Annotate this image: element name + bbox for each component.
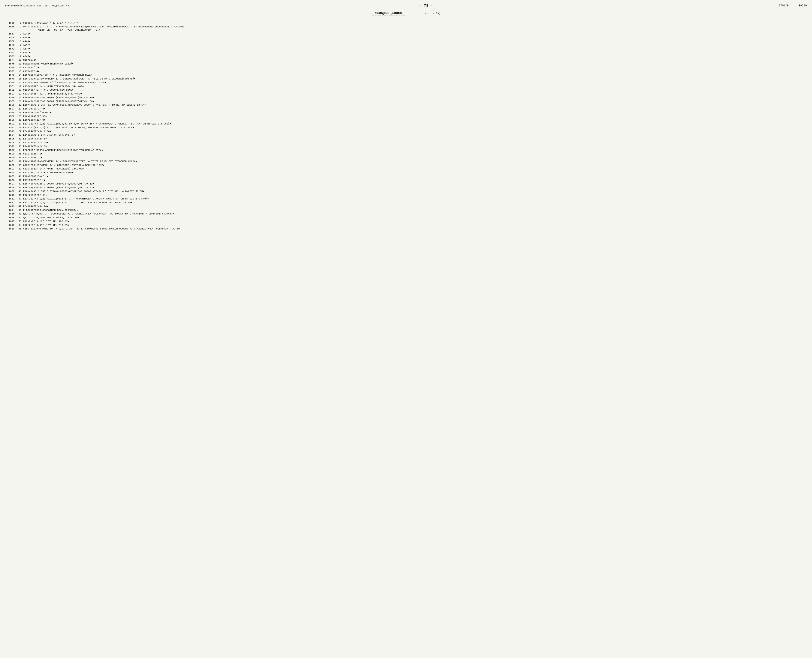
row-content: С159=3317#КОРР#ПО ТОЛ,/ 0,07,1,06/ Р32,5… — [22, 227, 807, 231]
row-index2: 15 — [16, 77, 22, 81]
row-content: Е16=219#Т22/ 95● — [22, 114, 807, 118]
row-content: Е13=153(А5 1,2)(А1,2,2)#Т18=6/ 7/ / ТО Ж… — [22, 201, 807, 205]
table-row: 159935С130=2026/ 1● — [5, 152, 807, 156]
table-row: 161450Р ВОДОПРОВОД ОБОРОТНОЙ ВОДЫ,ПОДАЮЩ… — [5, 208, 807, 212]
row-index1: 1575 — [5, 62, 16, 66]
row-index1: 1579 — [5, 77, 16, 81]
row-content: Е18=228#Т15=4/ 1● — [22, 174, 807, 178]
row-content: Ю/ / ТП904-1= / / / КОМПРЕССОРНАЯ СТАНЦИ… — [22, 25, 807, 32]
row-index2: 52 — [16, 216, 22, 219]
row-index2: 49 — [16, 204, 22, 208]
table-row: 15717А6=М● — [5, 47, 807, 51]
row-index1: 1606 — [5, 178, 16, 182]
row-content: Е1=968#Т81=2/ 6● — [22, 144, 807, 148]
row-content: А2=М● — [22, 43, 807, 47]
table-row: 15739А2=Т● — [5, 55, 807, 58]
table-row: 157612С130=85/ 1● — [5, 66, 807, 69]
row-index1: 1613 — [5, 204, 16, 208]
table-row: 158824Е16=21#Т3=2/ 0,011● — [5, 111, 807, 114]
row-index2: 17 — [16, 85, 22, 88]
row-content: Е16=199#Т19=1#ПРИМЕН/ 1/ / ВОДОМЕРНЫЙ УЗ… — [22, 160, 807, 163]
row-content: Е16=220#Т22/ 3● — [22, 118, 807, 122]
row-index1: 1599 — [5, 152, 16, 156]
row-index1: 1573 — [5, 55, 16, 58]
row-index1: 1615 — [5, 212, 16, 216]
title-underline: ==================== — [371, 15, 406, 17]
row-index2: 21 — [16, 99, 22, 103]
row-index2: 53 — [16, 219, 22, 223]
table-row: 161854Ц12=2=9/ 0,63/ / ТО ЖЕ, 219 ММ● — [5, 223, 807, 227]
row-content: Е16=41(Р10726=0,00007)(Р10728=0,00007)#Т… — [22, 182, 807, 186]
table-row: 157814Е16=185#Т16=2/ 2/ / ● С ПОДВОДОМ Х… — [5, 73, 807, 77]
row-index1: 1569 — [5, 39, 16, 43]
row-index2: 39 — [16, 167, 22, 171]
row-index2: 11 — [16, 62, 22, 66]
row-content: С130=85/ 1/ / ● В ВОДОМЕРНОМ УЗЛЕ● — [22, 88, 807, 92]
row-index1: 1601 — [5, 160, 16, 163]
table-row: 159026Е16=220#Т22/ 3● — [5, 118, 807, 122]
row-index2: 38 — [16, 163, 22, 167]
row-content: 919259/ Н8М1Г1В1/ / 1/ 1,1/ / / / / ● — [22, 21, 807, 25]
table-row: 158925Е16=219#Т22/ 95● — [5, 114, 807, 118]
row-index2: 2 — [16, 25, 22, 32]
table-row: 15684А3=А● — [5, 36, 807, 39]
row-content: Е8=194#Т22=6/ 1100● — [22, 129, 807, 133]
row-index2: 40 — [16, 171, 22, 175]
row-index1: 1568 — [5, 36, 16, 39]
table-row: 159127Е13=121(А5 1,2)(А1,1,1)#Т,4,#3,5#П… — [5, 122, 807, 126]
table-row: 159632С122=405/ 6,0,24● — [5, 141, 807, 145]
row-index1: 1591 — [5, 122, 16, 126]
table-row: 159430Е1=936(А5,1,1)#Т,4,#П3,73#Т78=8/ 6… — [5, 133, 807, 137]
row-content: Е17=50#Т3=3/ 1● — [22, 178, 807, 182]
table-row: 161248Е13=153(А5 1,2)(А1,2,2)#Т18=6/ 7/ … — [5, 201, 807, 205]
row-index1: 1586 — [5, 103, 16, 107]
row-index2: 37 — [16, 160, 22, 163]
row-index1: 1593 — [5, 129, 16, 133]
section-title: ИСХОДНЫЕ ДАННЫЕ — [371, 12, 406, 15]
row-content: Е1=999#Т84=2/ 6● — [22, 137, 807, 141]
row-content: РГОРЯЧЕЕ ВОДОСНАБЖЕНИЕ,ПОДАЮЩАЯ И ЦИРКУЛ… — [22, 148, 807, 152]
row-index1: 1580 — [5, 81, 16, 85]
row-index1: 1592 — [5, 125, 16, 129]
row-content: Ц12=2=6/ 0,07/ / ТРУБОПРОВОДЫ ИЗ СТАЛЬНЫ… — [22, 212, 807, 216]
row-content: Ц12=2=8/ 0,11/ / ТО ЖЕ, 108 ММ● — [22, 219, 807, 223]
param-label: (П,Н,= 16) — [425, 12, 441, 15]
row-content: Ц12=2=7/ 0,10+0,06/ / ТО ЖЕ, 76=89 ММ● — [22, 216, 807, 219]
row-index2: 24 — [16, 111, 22, 114]
row-index2: 22 — [16, 103, 22, 107]
table-row: 159733Е1=968#Т81=2/ 6● — [5, 144, 807, 148]
table-row: 157511РВОДОПРОВОД ХОЗЯЙСТВЕННО=ПИТЬЕВОЙ● — [5, 62, 807, 66]
table-row: 161349Е8=194#Т22=6/ 20● — [5, 204, 807, 208]
table-row: 160541Е18=228#Т15=4/ 1● — [5, 174, 807, 178]
row-index1: 1565 — [5, 21, 16, 25]
row-content: Е16=2#Т11=2/ 3● — [22, 107, 807, 111]
row-content: С130=2334#ПРИМЕН/ 1/ / СТОИМОСТЬ СЧЕТЧИК… — [22, 163, 807, 167]
row-content: А2=С● — [22, 50, 807, 55]
row-index1: 1616 — [5, 216, 16, 219]
row-index2: 29 — [16, 129, 22, 133]
table-row: 15706А2=М● — [5, 43, 807, 47]
row-content: РВОДОПРОВОД ХОЗЯЙСТВЕННО=ПИТЬЕВОЙ● — [22, 62, 807, 66]
row-index2: 41 — [16, 174, 22, 178]
row-content: С130=1485/ 60/ / РУКАВ В(П)=6,3=31=45=У● — [22, 92, 807, 96]
row-index2: 55 — [16, 227, 22, 231]
table-row: 161046Е16=219#Т22/ 44● — [5, 193, 807, 197]
row-index1: 1618 — [5, 223, 16, 227]
page-header: ПРОГРАММНЫЙ КОМПЛЕКС АВС=3ЕБ ( РЕДАКЦИЯ … — [5, 4, 807, 8]
row-index2: 30 — [16, 133, 22, 137]
row-index2: 23 — [16, 107, 22, 111]
row-index2: 33 — [16, 144, 22, 148]
row-index1: 1608 — [5, 186, 16, 190]
row-index2: 27 — [16, 122, 22, 126]
table-row: 160743Е16=41(Р10726=0,00007)(Р10728=0,00… — [5, 182, 807, 186]
row-index1: 1577 — [5, 69, 16, 73]
row-index1: 1619 — [5, 227, 16, 231]
row-index1: 1571 — [5, 47, 16, 51]
row-content: Е16=41(Р10726=0,00007)(Р10728=0,00007)#Т… — [22, 96, 807, 99]
row-content: Е8=194#Т22=6/ 20● — [22, 204, 807, 208]
row-index2: 14 — [16, 73, 22, 77]
row-content: М10=16,3● — [22, 58, 807, 62]
row-content: С130=1039/ 1/ / КРАН ТРЕХХОДОВОЙ 14М1=00… — [22, 167, 807, 171]
row-index2: 46 — [16, 193, 22, 197]
row-index1: 1614 — [5, 208, 16, 212]
